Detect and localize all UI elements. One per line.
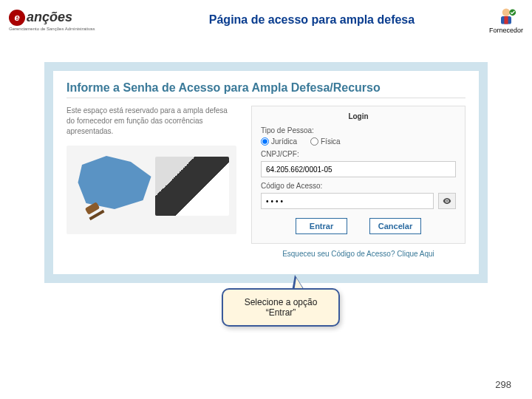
forgot-code-link[interactable]: Esqueceu seu Código de Acesso? Clique Aq… bbox=[251, 250, 466, 258]
cnpj-input[interactable] bbox=[261, 161, 456, 177]
gavel-icon bbox=[81, 199, 111, 228]
person-type-label: Tipo de Pessoa: bbox=[261, 126, 456, 134]
photo-icon bbox=[155, 157, 229, 216]
callout-line-1: Selecione a opção bbox=[232, 297, 330, 307]
supplier-icon bbox=[496, 6, 516, 27]
access-panel: Informe a Senha de Acesso para Ampla Def… bbox=[53, 71, 479, 274]
instruction-callout: Selecione a opção “Entrar” bbox=[222, 288, 340, 327]
radio-fisica[interactable] bbox=[310, 137, 318, 146]
panel-description: Este espaço está reservado para a ampla … bbox=[66, 106, 236, 137]
panel-right: Login Tipo de Pessoa: Jurídica Física CN… bbox=[251, 106, 466, 258]
panel-left: Este espaço está reservado para a ampla … bbox=[66, 106, 236, 258]
callout-line-2: “Entrar” bbox=[232, 307, 330, 318]
header: e anções Gerenciamento de Sanções Admini… bbox=[0, 0, 532, 40]
logo: e anções Gerenciamento de Sanções Admini… bbox=[9, 7, 134, 33]
illustration bbox=[66, 146, 236, 234]
access-panel-wrap: Informe a Senha de Acesso para Ampla Def… bbox=[44, 62, 488, 283]
divider bbox=[66, 98, 466, 98]
cancel-button[interactable]: Cancelar bbox=[369, 218, 421, 234]
radio-juridica-text: Jurídica bbox=[271, 137, 297, 146]
radio-fisica-text: Física bbox=[321, 137, 341, 146]
page-title: Página de acesso para ampla defesa bbox=[134, 13, 489, 27]
login-form: Login Tipo de Pessoa: Jurídica Física CN… bbox=[251, 106, 466, 244]
supplier-label: Fornecedor bbox=[489, 27, 523, 34]
svg-point-4 bbox=[446, 200, 448, 202]
show-password-button[interactable] bbox=[438, 193, 456, 209]
cnpj-label: CNPJ/CPF: bbox=[261, 150, 456, 158]
logo-text: anções bbox=[27, 10, 72, 25]
logo-subtitle: Gerenciamento de Sanções Administrativas bbox=[9, 27, 134, 31]
radio-fisica-label[interactable]: Física bbox=[310, 137, 341, 146]
supplier-badge: Fornecedor bbox=[489, 6, 523, 34]
radio-juridica[interactable] bbox=[261, 137, 269, 146]
code-input[interactable] bbox=[261, 193, 434, 209]
svg-point-0 bbox=[502, 9, 511, 17]
enter-button[interactable]: Entrar bbox=[296, 218, 347, 234]
logo-e-icon: e bbox=[9, 10, 25, 26]
eye-icon bbox=[442, 196, 452, 206]
code-label: Código de Acesso: bbox=[261, 182, 456, 190]
page-number: 298 bbox=[495, 379, 511, 390]
login-heading: Login bbox=[261, 112, 456, 120]
svg-rect-2 bbox=[504, 16, 508, 24]
panel-title: Informe a Senha de Acesso para Ampla Def… bbox=[66, 81, 466, 95]
radio-juridica-label[interactable]: Jurídica bbox=[261, 137, 297, 146]
